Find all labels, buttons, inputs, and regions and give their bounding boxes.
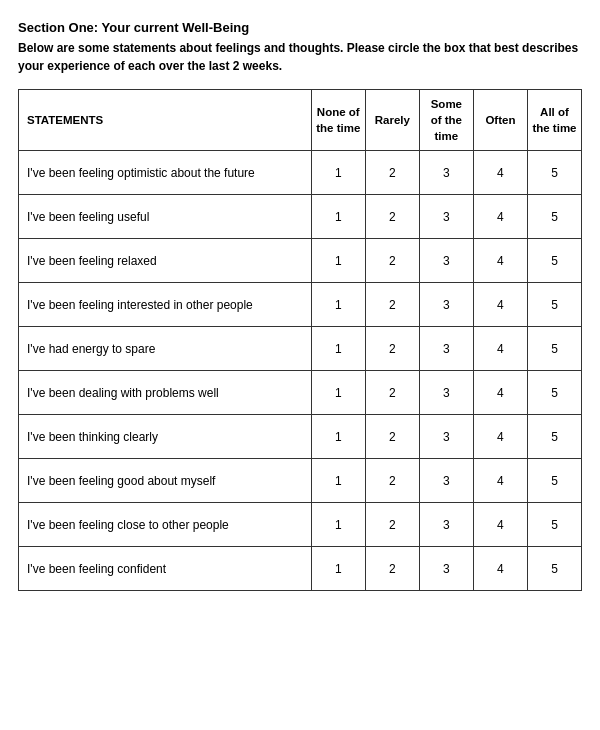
row-0-col-1[interactable]: 1: [311, 151, 365, 195]
row-5-col-3[interactable]: 3: [419, 371, 473, 415]
table-row: I've been feeling optimistic about the f…: [19, 151, 582, 195]
row-7-col-3[interactable]: 3: [419, 459, 473, 503]
section-description: Below are some statements about feelings…: [18, 39, 582, 75]
table-row: I've been feeling close to other people1…: [19, 503, 582, 547]
table-row: I've been thinking clearly12345: [19, 415, 582, 459]
row-9-col-1[interactable]: 1: [311, 547, 365, 591]
table-row: I've been feeling relaxed12345: [19, 239, 582, 283]
table-row: I've been feeling confident12345: [19, 547, 582, 591]
row-2-col-4[interactable]: 4: [473, 239, 527, 283]
row-4-col-5[interactable]: 5: [527, 327, 581, 371]
row-7-col-2[interactable]: 2: [365, 459, 419, 503]
row-4-col-4[interactable]: 4: [473, 327, 527, 371]
row-8-col-1[interactable]: 1: [311, 503, 365, 547]
table-row: I've been dealing with problems well1234…: [19, 371, 582, 415]
row-5-col-4[interactable]: 4: [473, 371, 527, 415]
table-row: I've been feeling good about myself12345: [19, 459, 582, 503]
wellbeing-table: STATEMENTS None of the time Rarely Some …: [18, 89, 582, 591]
row-2-col-1[interactable]: 1: [311, 239, 365, 283]
description-text-part1: Below are some statements about feelings…: [18, 41, 578, 73]
header-col3: Some of the time: [419, 90, 473, 151]
row-2-col-5[interactable]: 5: [527, 239, 581, 283]
row-0-col-2[interactable]: 2: [365, 151, 419, 195]
row-7-col-4[interactable]: 4: [473, 459, 527, 503]
row-8-col-5[interactable]: 5: [527, 503, 581, 547]
header-col2: Rarely: [365, 90, 419, 151]
row-6-col-1[interactable]: 1: [311, 415, 365, 459]
row-9-col-2[interactable]: 2: [365, 547, 419, 591]
row-4-col-2[interactable]: 2: [365, 327, 419, 371]
row-5-col-2[interactable]: 2: [365, 371, 419, 415]
row-5-col-5[interactable]: 5: [527, 371, 581, 415]
row-6-col-5[interactable]: 5: [527, 415, 581, 459]
statement-7: I've been feeling good about myself: [19, 459, 312, 503]
statement-8: I've been feeling close to other people: [19, 503, 312, 547]
row-3-col-3[interactable]: 3: [419, 283, 473, 327]
statement-4: I've had energy to spare: [19, 327, 312, 371]
row-5-col-1[interactable]: 1: [311, 371, 365, 415]
table-row: I've had energy to spare12345: [19, 327, 582, 371]
row-0-col-5[interactable]: 5: [527, 151, 581, 195]
row-1-col-3[interactable]: 3: [419, 195, 473, 239]
row-9-col-3[interactable]: 3: [419, 547, 473, 591]
table-row: I've been feeling useful12345: [19, 195, 582, 239]
row-2-col-3[interactable]: 3: [419, 239, 473, 283]
row-3-col-4[interactable]: 4: [473, 283, 527, 327]
row-3-col-5[interactable]: 5: [527, 283, 581, 327]
row-8-col-4[interactable]: 4: [473, 503, 527, 547]
table-row: I've been feeling interested in other pe…: [19, 283, 582, 327]
description-bold: last 2 weeks.: [209, 59, 282, 73]
statement-2: I've been feeling relaxed: [19, 239, 312, 283]
row-1-col-5[interactable]: 5: [527, 195, 581, 239]
statement-6: I've been thinking clearly: [19, 415, 312, 459]
row-8-col-2[interactable]: 2: [365, 503, 419, 547]
row-1-col-1[interactable]: 1: [311, 195, 365, 239]
row-4-col-1[interactable]: 1: [311, 327, 365, 371]
row-7-col-5[interactable]: 5: [527, 459, 581, 503]
statement-0: I've been feeling optimistic about the f…: [19, 151, 312, 195]
row-9-col-5[interactable]: 5: [527, 547, 581, 591]
header-col5: All of the time: [527, 90, 581, 151]
row-9-col-4[interactable]: 4: [473, 547, 527, 591]
row-1-col-2[interactable]: 2: [365, 195, 419, 239]
header-col4: Often: [473, 90, 527, 151]
row-0-col-4[interactable]: 4: [473, 151, 527, 195]
row-6-col-3[interactable]: 3: [419, 415, 473, 459]
row-8-col-3[interactable]: 3: [419, 503, 473, 547]
statement-1: I've been feeling useful: [19, 195, 312, 239]
row-6-col-2[interactable]: 2: [365, 415, 419, 459]
row-2-col-2[interactable]: 2: [365, 239, 419, 283]
row-6-col-4[interactable]: 4: [473, 415, 527, 459]
row-4-col-3[interactable]: 3: [419, 327, 473, 371]
row-3-col-2[interactable]: 2: [365, 283, 419, 327]
row-1-col-4[interactable]: 4: [473, 195, 527, 239]
statement-9: I've been feeling confident: [19, 547, 312, 591]
statement-5: I've been dealing with problems well: [19, 371, 312, 415]
section-title: Section One: Your current Well-Being: [18, 20, 582, 35]
header-statements: STATEMENTS: [19, 90, 312, 151]
row-3-col-1[interactable]: 1: [311, 283, 365, 327]
statement-3: I've been feeling interested in other pe…: [19, 283, 312, 327]
row-7-col-1[interactable]: 1: [311, 459, 365, 503]
header-col1: None of the time: [311, 90, 365, 151]
row-0-col-3[interactable]: 3: [419, 151, 473, 195]
